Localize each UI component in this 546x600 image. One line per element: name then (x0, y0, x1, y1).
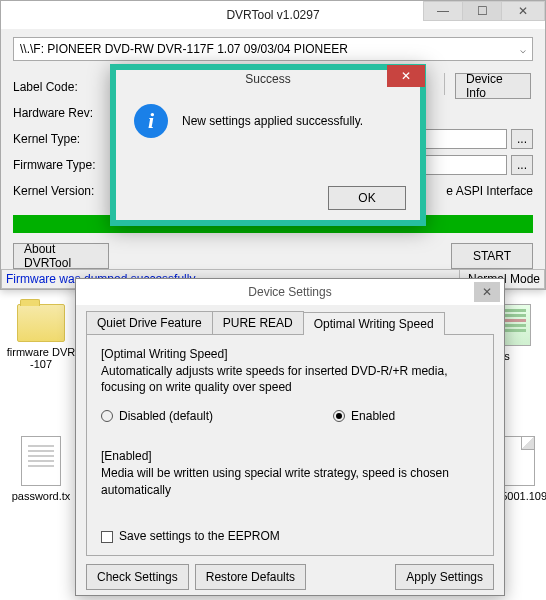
radio-enabled[interactable]: Enabled (333, 409, 395, 423)
settings-tabs: Quiet Drive Feature PURE READ Optimal Wr… (76, 305, 504, 334)
device-info-button[interactable]: Device Info (455, 73, 531, 99)
radio-icon (101, 410, 113, 422)
restore-defaults-button[interactable]: Restore Defaults (195, 564, 306, 590)
chevron-down-icon: ⌵ (520, 44, 526, 55)
browse-button-1[interactable]: ... (511, 129, 533, 149)
close-icon: ✕ (401, 69, 411, 83)
checkbox-icon (101, 531, 113, 543)
section-description: Automatically adjusts write speeds for i… (101, 363, 479, 395)
file-password[interactable]: password.tx (6, 436, 76, 502)
close-icon: ✕ (518, 4, 528, 18)
device-select[interactable]: \\.\F: PIONEER DVD-RW DVR-117F 1.07 09/0… (13, 37, 533, 61)
checkbox-label: Save settings to the EEPROM (119, 529, 280, 543)
tab-optimal-writing[interactable]: Optimal Writing Speed (303, 312, 445, 335)
browse-button-2[interactable]: ... (511, 155, 533, 175)
kernel-version-label: Kernel Version: (13, 184, 108, 198)
radio-label: Enabled (351, 409, 395, 423)
folder-firmware[interactable]: firmware DVR-107 (6, 304, 76, 370)
modal-title: Success (116, 65, 420, 93)
modal-message: New settings applied successfully. (182, 114, 363, 128)
modal-close-button[interactable]: ✕ (387, 65, 425, 87)
settings-title: Device Settings (76, 285, 504, 299)
kernel-type-label: Kernel Type: (13, 132, 108, 146)
save-eeprom-checkbox[interactable]: Save settings to the EEPROM (101, 529, 280, 543)
icon-label: password.tx (6, 490, 76, 502)
about-button[interactable]: About DVRTool (13, 243, 109, 269)
tab-pure-read[interactable]: PURE READ (212, 311, 304, 334)
check-settings-button[interactable]: Check Settings (86, 564, 189, 590)
radio-icon (333, 410, 345, 422)
window-controls: — ☐ ✕ (424, 1, 545, 21)
section-heading: [Optimal Writing Speed] (101, 347, 479, 361)
info-icon: i (134, 104, 168, 138)
modal-ok-button[interactable]: OK (328, 186, 406, 210)
tab-quiet-drive[interactable]: Quiet Drive Feature (86, 311, 213, 334)
close-icon: ✕ (482, 285, 492, 299)
apply-settings-button[interactable]: Apply Settings (395, 564, 494, 590)
aspi-interface-text: e ASPI Interface (416, 184, 533, 198)
device-settings-dialog: Device Settings ✕ Quiet Drive Feature PU… (75, 278, 505, 596)
textfile-icon (21, 436, 61, 486)
firmware-type-label: Firmware Type: (13, 158, 108, 172)
device-string: \\.\F: PIONEER DVD-RW DVR-117F 1.07 09/0… (20, 42, 348, 56)
icon-label: firmware DVR-107 (6, 346, 76, 370)
close-button[interactable]: ✕ (501, 1, 545, 21)
success-dialog: Success ✕ i New settings applied success… (110, 64, 426, 226)
label-code-label: Label Code: (13, 80, 108, 94)
start-button[interactable]: START (451, 243, 533, 269)
separator (444, 73, 445, 95)
maximize-button[interactable]: ☐ (462, 1, 502, 21)
folder-icon (17, 304, 65, 342)
enabled-heading: [Enabled] (101, 449, 479, 463)
maximize-icon: ☐ (477, 4, 488, 18)
radio-label: Disabled (default) (119, 409, 213, 423)
settings-close-button[interactable]: ✕ (474, 282, 500, 302)
settings-titlebar[interactable]: Device Settings ✕ (76, 279, 504, 305)
titlebar[interactable]: DVRTool v1.0297 — ☐ ✕ (1, 1, 545, 29)
radio-disabled[interactable]: Disabled (default) (101, 409, 213, 423)
minimize-icon: — (437, 4, 449, 18)
path-input-1[interactable] (412, 129, 507, 149)
path-input-2[interactable] (412, 155, 507, 175)
minimize-button[interactable]: — (423, 1, 463, 21)
enabled-description: Media will be written using special writ… (101, 465, 479, 497)
tab-content: [Optimal Writing Speed] Automatically ad… (86, 334, 494, 556)
hardware-rev-label: Hardware Rev: (13, 106, 108, 120)
